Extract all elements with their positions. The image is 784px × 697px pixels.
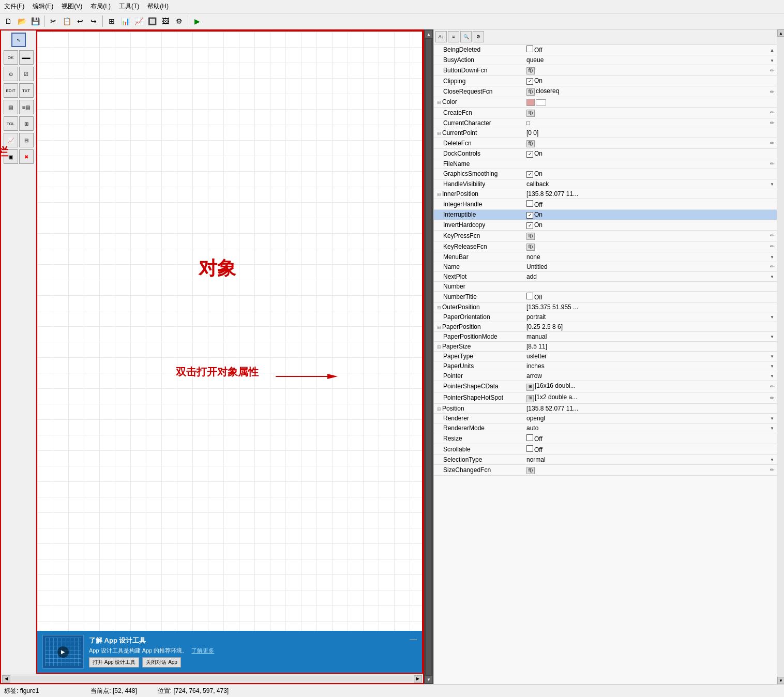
table-row[interactable]: RendererModeauto▼ [434, 423, 777, 433]
settings-button[interactable]: ⚙ [173, 15, 185, 27]
undo-button[interactable]: ↩ [74, 15, 86, 27]
edit-icon[interactable]: ✏ [770, 244, 774, 249]
table-row[interactable]: ⊞PaperPosition[0.25 2.5 8 6] [434, 322, 777, 331]
table-row[interactable]: DeleteFcnf()✏ [434, 138, 777, 148]
fcn-icon[interactable]: f() [526, 467, 535, 474]
menu-view[interactable]: 视图(V) [62, 2, 82, 11]
expand-icon[interactable]: ⊞ [437, 344, 441, 350]
table-row[interactable]: ⊞PaperSize[8.5 11] [434, 341, 777, 351]
table-row[interactable]: SelectionTypenormal▼ [434, 454, 777, 464]
edit-tool[interactable]: EDIT [4, 83, 18, 98]
table-row[interactable]: ButtonDownFcnf()✏ [434, 65, 777, 76]
rscroll-down-arrow[interactable]: ▼ [777, 677, 784, 684]
color-icon[interactable] [526, 99, 535, 106]
dropdown-arrow[interactable]: ▼ [770, 255, 774, 260]
fcn-icon[interactable]: f() [526, 88, 535, 96]
table-row[interactable]: MenuBarnone▼ [434, 252, 777, 262]
redo-button[interactable]: ↪ [87, 15, 100, 27]
edit-icon[interactable]: ✏ [770, 467, 774, 473]
checkbox-icon[interactable] [526, 46, 533, 52]
checkbox-icon[interactable]: ✓ [526, 78, 533, 85]
run-button[interactable]: ▶ [191, 15, 203, 27]
table-row[interactable]: DockControls✓On [434, 148, 777, 159]
edit-icon[interactable]: ✏ [770, 264, 774, 269]
table-row[interactable]: InvertHardcopy✓On [434, 220, 777, 230]
fcn-icon[interactable]: f() [526, 233, 535, 240]
expand-icon[interactable]: ⊞ [437, 131, 441, 136]
edit-icon[interactable]: ✏ [770, 140, 774, 146]
dropdown-arrow[interactable]: ▼ [770, 416, 774, 421]
grid-button[interactable]: ⊞ [105, 15, 118, 27]
edit-icon[interactable]: ✏ [770, 161, 774, 166]
vertical-scrollbar[interactable]: ▲ ▼ [424, 29, 433, 684]
checkbox-icon[interactable] [526, 445, 533, 452]
ok-tool[interactable]: OK [4, 50, 18, 65]
table-tool[interactable]: ⊞ [19, 116, 34, 131]
panel-tool[interactable]: ⊟ [19, 133, 34, 147]
table-row[interactable]: CloseRequestFcnf()closereq✏ [434, 86, 777, 97]
expand-icon[interactable]: ⊞ [437, 305, 441, 310]
hscroll-right[interactable]: ▶ [414, 675, 422, 683]
expand-icon[interactable]: ⊞ [437, 406, 441, 412]
table-row[interactable]: ⊞Position[135.8 52.077 11... [434, 403, 777, 413]
table-row[interactable]: HandleVisibilitycallback▼ [434, 179, 777, 189]
rscroll-track[interactable] [777, 37, 784, 677]
table-row[interactable]: ⊞OuterPosition[135.375 51.955 ... [434, 302, 777, 312]
checkbox-icon[interactable] [526, 293, 533, 299]
text-tool[interactable]: ▬▬ [19, 50, 34, 65]
matrix-icon[interactable]: ⊞ [526, 395, 534, 402]
table-row[interactable]: FileName✏ [434, 159, 777, 169]
props-settings-btn[interactable]: ⚙ [473, 31, 484, 42]
image-button[interactable]: 🖼 [159, 15, 172, 27]
table-row[interactable]: KeyReleaseFcnf()✏ [434, 241, 777, 252]
edit-icon[interactable]: ✏ [770, 384, 774, 389]
hscroll-track[interactable] [11, 676, 413, 681]
checkbox-icon[interactable]: ✓ [526, 222, 533, 229]
thumb-play-btn[interactable]: ▶ [57, 646, 69, 658]
canvas-hscroll[interactable]: ◀ ▶ [1, 674, 423, 683]
listbox-tool[interactable]: ≡▤ [19, 100, 34, 114]
menu-help[interactable]: 帮助(H) [147, 2, 169, 11]
dropdown-arrow[interactable]: ▼ [770, 426, 774, 431]
edit-icon[interactable]: ✏ [770, 120, 774, 126]
table-row[interactable]: GraphicsSmoothing✓On [434, 169, 777, 179]
checkbox-icon[interactable]: ✓ [526, 212, 533, 219]
info-close-btn[interactable]: — [410, 635, 417, 643]
table-row[interactable]: ⊞CurrentPoint[0 0] [434, 128, 777, 138]
right-panel-scrollbar[interactable]: ▲ ▼ [777, 29, 784, 684]
rect-button[interactable]: 🔲 [146, 15, 158, 27]
open-button[interactable]: 📂 [16, 15, 28, 27]
table-row[interactable]: ResizeOff [434, 433, 777, 444]
expand-icon[interactable]: ⊞ [437, 100, 441, 105]
edit-icon[interactable]: ✏ [770, 89, 774, 95]
expand-icon[interactable]: ⊞ [437, 192, 441, 197]
props-cat-btn[interactable]: ≡ [448, 31, 459, 42]
cut-button[interactable]: ✂ [47, 15, 59, 27]
table-row[interactable]: BeingDeletedOff▲ [434, 44, 777, 55]
table-row[interactable]: SizeChangedFcnf()✏ [434, 464, 777, 475]
table-row[interactable]: Rendereropengl▼ [434, 413, 777, 423]
txt-tool[interactable]: TXT [19, 83, 34, 98]
props-filter-btn[interactable]: 🔍 [460, 31, 472, 42]
table-row[interactable]: BusyActionqueue▼ [434, 55, 777, 65]
dropdown-arrow[interactable]: ▼ [770, 58, 774, 63]
select-tool[interactable]: ↖ [11, 33, 26, 47]
plot-button[interactable]: 📈 [132, 15, 145, 27]
table-row[interactable]: NameUntitled✏ [434, 262, 777, 271]
fcn-icon[interactable]: f() [526, 244, 535, 251]
rscroll-up-arrow[interactable]: ▲ [777, 29, 784, 37]
scroll-up-icon[interactable]: ▲ [770, 48, 775, 53]
table-row[interactable]: ScrollableOff [434, 444, 777, 454]
table-row[interactable]: NextPlotadd▼ [434, 271, 777, 281]
info-link[interactable]: 了解更多 [191, 647, 214, 654]
checkbox-icon[interactable]: ✓ [526, 151, 533, 158]
matrix-icon[interactable]: ⊞ [526, 384, 534, 391]
new-button[interactable]: 🗋 [2, 15, 14, 27]
fcn-icon[interactable]: f() [526, 140, 535, 147]
checkbox-icon[interactable] [526, 434, 533, 441]
copy-button[interactable]: 📋 [61, 15, 73, 27]
delete-tool[interactable]: ✖ [19, 149, 34, 164]
dropdown-arrow[interactable]: ▼ [770, 182, 774, 187]
table-row[interactable]: CreateFcnf()✏ [434, 107, 777, 118]
table-row[interactable]: ⊞InnerPosition[135.8 52.077 11... [434, 189, 777, 199]
